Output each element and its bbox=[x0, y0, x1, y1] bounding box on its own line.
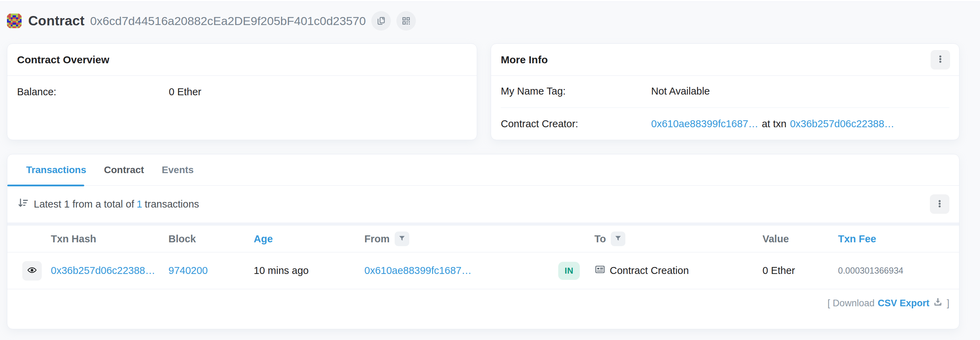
contract-overview-body: Balance: 0 Ether bbox=[7, 86, 477, 98]
funnel-icon bbox=[614, 235, 622, 244]
tab-events[interactable]: Events bbox=[162, 164, 194, 176]
contract-overview-card: Contract Overview Balance: 0 Ether bbox=[7, 43, 477, 140]
csv-export-link[interactable]: CSV Export bbox=[878, 298, 929, 309]
transactions-summary: Latest 1 from a total of1transactions bbox=[7, 186, 959, 223]
preview-txn-button[interactable] bbox=[22, 261, 42, 281]
page: Contract 0x6cd7d44516a20882cEa2DE9f205bF… bbox=[0, 11, 980, 329]
navbar-bottom-edge bbox=[0, 0, 980, 2]
col-to-label: To bbox=[594, 233, 606, 245]
more-info-title: More Info bbox=[501, 54, 548, 66]
value-cell: 0 Ether bbox=[762, 265, 838, 277]
col-value: Value bbox=[762, 233, 838, 245]
funnel-icon bbox=[398, 235, 406, 244]
block-link[interactable]: 9740200 bbox=[169, 265, 208, 276]
transactions-card: Transactions Contract Events Latest 1 fr… bbox=[7, 154, 959, 329]
from-address-link[interactable]: 0x610ae88399fc1687… bbox=[364, 265, 472, 276]
page-title: Contract bbox=[28, 13, 84, 28]
col-age[interactable]: Age bbox=[254, 233, 364, 245]
col-txn-fee[interactable]: Txn Fee bbox=[838, 233, 950, 245]
summary-suffix: transactions bbox=[145, 199, 199, 210]
col-from: From bbox=[364, 231, 558, 246]
csv-export-row: [ Download CSV Export ] bbox=[7, 289, 959, 310]
col-from-label: From bbox=[364, 233, 390, 245]
vertical-dots-icon bbox=[935, 54, 945, 65]
col-block: Block bbox=[169, 233, 254, 245]
col-txn-hash: Txn Hash bbox=[51, 233, 169, 245]
tab-transactions[interactable]: Transactions bbox=[26, 164, 86, 176]
page-header: Contract 0x6cd7d44516a20882cEa2DE9f205bF… bbox=[7, 11, 959, 31]
creator-address-link[interactable]: 0x610ae88399fc1687… bbox=[651, 118, 758, 129]
qr-code-icon bbox=[401, 16, 411, 26]
copy-icon bbox=[376, 16, 386, 26]
name-tag-row: My Name Tag: Not Available bbox=[501, 76, 950, 108]
download-prefix: [ Download bbox=[827, 298, 875, 309]
to-cell: Contract Creation bbox=[594, 264, 762, 277]
name-tag-label: My Name Tag: bbox=[501, 85, 651, 97]
table-header: Txn Hash Block Age From To bbox=[7, 226, 959, 252]
name-tag-value: Not Available bbox=[651, 85, 710, 97]
txn-fee-cell: 0.000301366934 bbox=[838, 266, 950, 276]
table-top-divider bbox=[7, 223, 959, 226]
summary-cards: Contract Overview Balance: 0 Ether More … bbox=[7, 43, 959, 140]
creator-connector: at txn bbox=[762, 118, 786, 129]
table-row: 0x36b257d06c22388… 9740200 10 mins ago 0… bbox=[7, 252, 959, 289]
creator-txn-link[interactable]: 0x36b257d06c22388… bbox=[790, 118, 894, 129]
balance-value: 0 Ether bbox=[169, 86, 202, 98]
contract-creator-row: Contract Creator: 0x610ae88399fc1687…at … bbox=[501, 108, 950, 130]
tabbar: Transactions Contract Events bbox=[7, 154, 959, 186]
contract-creator-value: 0x610ae88399fc1687…at txn0x36b257d06c223… bbox=[651, 118, 894, 130]
summary-prefix: Latest 1 from a total of bbox=[34, 199, 134, 210]
to-filter-button[interactable] bbox=[611, 231, 625, 246]
copy-address-button[interactable] bbox=[371, 11, 391, 31]
transactions-menu-button[interactable] bbox=[930, 195, 950, 214]
contract-overview-header: Contract Overview bbox=[7, 44, 477, 76]
balance-label: Balance: bbox=[17, 86, 169, 98]
download-icon bbox=[932, 297, 947, 310]
summary-text: Latest 1 from a total of1transactions bbox=[34, 199, 199, 210]
row-actions bbox=[22, 261, 51, 281]
more-info-header: More Info bbox=[491, 44, 959, 76]
qr-code-button[interactable] bbox=[396, 11, 416, 31]
contract-creation-document-icon bbox=[594, 264, 610, 277]
contract-overview-title: Contract Overview bbox=[17, 54, 109, 66]
active-tab-underline bbox=[7, 185, 84, 187]
age-cell: 10 mins ago bbox=[254, 265, 364, 277]
direction-in-badge: IN bbox=[558, 262, 580, 280]
more-info-body: My Name Tag: Not Available Contract Crea… bbox=[491, 76, 959, 130]
contract-identicon-icon bbox=[7, 14, 22, 28]
contract-address: 0x6cd7d44516a20882cEa2DE9f205bF401c0d235… bbox=[90, 14, 366, 28]
tab-contract[interactable]: Contract bbox=[104, 164, 144, 176]
download-suffix: ] bbox=[947, 298, 950, 309]
vertical-dots-icon bbox=[935, 199, 945, 210]
txn-hash-link[interactable]: 0x36b257d06c22388… bbox=[51, 265, 155, 276]
summary-count-link[interactable]: 1 bbox=[137, 199, 142, 210]
contract-creator-label: Contract Creator: bbox=[501, 118, 651, 130]
to-label: Contract Creation bbox=[610, 265, 689, 277]
sort-amount-icon bbox=[17, 197, 29, 211]
from-filter-button[interactable] bbox=[395, 231, 409, 246]
col-to: To bbox=[594, 231, 762, 246]
more-info-card: More Info My Name Tag: Not Available Con… bbox=[491, 43, 959, 140]
eye-icon bbox=[27, 265, 37, 277]
balance-row: Balance: 0 Ether bbox=[7, 86, 477, 98]
more-info-menu-button[interactable] bbox=[931, 50, 950, 70]
